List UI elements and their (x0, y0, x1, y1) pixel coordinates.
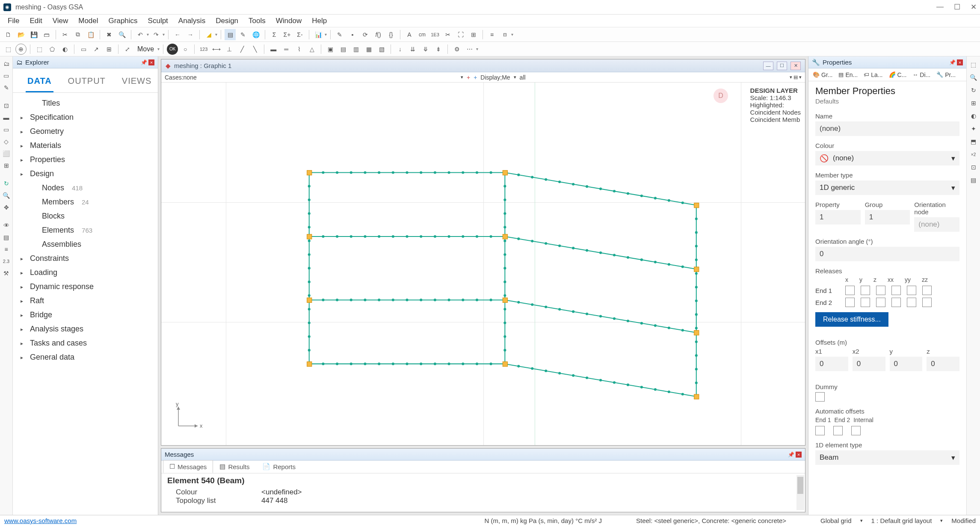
section2-icon[interactable]: ▤ (338, 44, 349, 55)
cases-label[interactable]: Cases:none (165, 74, 197, 81)
release-e1-x[interactable] (845, 286, 855, 295)
load2-icon[interactable]: ⇊ (407, 44, 418, 55)
release-e1-xx[interactable] (891, 286, 901, 295)
ptab-c[interactable]: 🌈C... (886, 70, 909, 80)
settings-icon[interactable]: ⚙ (451, 44, 462, 55)
release-e1-z[interactable] (876, 286, 885, 295)
tree-item[interactable]: ▸General data (13, 350, 158, 364)
auto-offset-e2[interactable] (833, 426, 843, 435)
target-icon[interactable]: ⊕ (15, 44, 27, 55)
tree-item[interactable]: Assemblies (13, 237, 158, 251)
cut-icon[interactable]: ✂ (59, 29, 71, 40)
spring-icon[interactable]: ⌇ (293, 44, 305, 55)
precision-icon[interactable]: 1E3 (429, 29, 441, 40)
offset-y[interactable] (890, 357, 923, 371)
orient-angle-input[interactable] (815, 247, 959, 261)
undo-icon[interactable]: ↶ (135, 29, 146, 40)
insert-icon[interactable]: ▭ (78, 44, 89, 55)
tab-messages[interactable]: ☐Messages (163, 460, 213, 473)
rail-cursor-icon[interactable]: ▭ (2, 71, 11, 80)
rrail-7-icon[interactable]: ⬒ (969, 137, 978, 146)
tree-item[interactable]: ▸Properties (13, 153, 158, 167)
insert-arrow-icon[interactable]: ↗ (91, 44, 102, 55)
messages-pin-icon[interactable]: 📌 (788, 452, 794, 458)
ptab-di[interactable]: ↔Di... (910, 70, 933, 80)
rail-layer-icon[interactable]: ≡ (2, 245, 11, 254)
property-input[interactable] (815, 210, 861, 225)
section3-icon[interactable]: ▥ (350, 44, 361, 55)
rail-tool-icon[interactable]: ⚒ (2, 269, 11, 278)
ptab-la[interactable]: 🏷La... (861, 70, 885, 80)
select-icon[interactable]: ⬚ (34, 44, 45, 55)
menu-graphics[interactable]: Graphics (104, 15, 142, 27)
rail-plate-icon[interactable]: ◇ (2, 137, 11, 146)
label-icon[interactable]: 123 (198, 44, 209, 55)
rrail-8-icon[interactable]: ×2 (969, 150, 978, 159)
release-e2-yy[interactable] (907, 298, 916, 307)
line2-icon[interactable]: ╲ (249, 44, 261, 55)
rrail-4-icon[interactable]: ⊞ (969, 98, 978, 108)
tree-item[interactable]: ▸Geometry (13, 124, 158, 139)
dimension-icon[interactable]: ⟷ (211, 44, 222, 55)
load4-icon[interactable]: ⇟ (433, 44, 444, 55)
menu-file[interactable]: File (3, 15, 24, 27)
pencil-icon[interactable]: ✎ (334, 29, 345, 40)
layers-icon[interactable]: ≡ (486, 29, 497, 40)
nodes-icon[interactable]: ⛶ (455, 29, 466, 40)
save-all-icon[interactable]: 🗃 (41, 29, 52, 40)
minimize-button[interactable]: — (936, 3, 944, 12)
tree-item[interactable]: ▸Specification (13, 110, 158, 124)
tab-output[interactable]: OUTPUT (66, 73, 107, 92)
menu-analysis[interactable]: Analysis (174, 15, 210, 27)
group-input[interactable] (865, 210, 910, 225)
tab-results[interactable]: ▤Results (213, 460, 256, 473)
release-e1-yy[interactable] (907, 286, 916, 295)
rail-view-icon[interactable]: 👁 (2, 221, 11, 230)
tree-item[interactable]: ▸Analysis stages (13, 322, 158, 336)
properties-pin-icon[interactable]: 📌 (949, 59, 955, 65)
beam-icon[interactable]: ═ (281, 44, 292, 55)
elem-type-select[interactable]: Beam▾ (815, 450, 959, 465)
orient-node-input[interactable] (914, 217, 959, 232)
explorer-close-icon[interactable]: × (148, 59, 154, 65)
menu-sculpt[interactable]: Sculpt (144, 15, 172, 27)
rrail-2-icon[interactable]: 🔍 (969, 73, 978, 82)
menu-design[interactable]: Design (211, 15, 243, 27)
release-e2-xx[interactable] (891, 298, 901, 307)
close-button[interactable]: ✕ (971, 3, 977, 12)
release-e2-z[interactable] (876, 298, 885, 307)
rail-measure-icon[interactable]: 2.3 (2, 257, 11, 266)
mesh-icon[interactable]: ⧈ (499, 29, 510, 40)
print-preview-icon[interactable]: 🔍 (116, 29, 127, 40)
menu-view[interactable]: View (48, 15, 73, 27)
rail-pan-icon[interactable]: ✥ (2, 203, 11, 212)
tree-item[interactable]: Blocks (13, 209, 158, 223)
ptab-en[interactable]: ▤En... (836, 70, 860, 80)
paste-icon[interactable]: 📋 (85, 29, 96, 40)
delete-icon[interactable]: ✖ (104, 29, 115, 40)
rrail-5-icon[interactable]: ◐ (969, 111, 978, 121)
release-e2-zz[interactable] (922, 298, 932, 307)
rail-rotate-icon[interactable]: ↻ (2, 179, 11, 188)
auto-offset-e1[interactable] (815, 426, 825, 435)
offset-x1[interactable] (815, 357, 848, 371)
release-e2-x[interactable] (845, 298, 855, 307)
graphic-canvas[interactable]: D DESIGN LAYER Scale: 1:146.3 Highlighte… (161, 83, 805, 445)
graphic-close-icon[interactable]: ✕ (791, 62, 801, 70)
menu-window[interactable]: Window (272, 15, 306, 27)
auto-offset-internal[interactable] (851, 426, 861, 435)
select-lasso-icon[interactable]: ◐ (59, 44, 71, 55)
offset-z[interactable] (927, 357, 959, 371)
load3-icon[interactable]: ⤋ (420, 44, 431, 55)
release-e1-y[interactable] (861, 286, 870, 295)
ptab-pr[interactable]: 🔧Pr... (934, 70, 958, 80)
tree-item[interactable]: ▸Loading (13, 266, 158, 280)
open-icon[interactable]: 📂 (15, 29, 27, 40)
status-link[interactable]: www.oasys-software.com (4, 517, 77, 524)
table-icon[interactable]: ▤ (225, 29, 236, 40)
graphic-min-icon[interactable]: — (763, 62, 773, 70)
menu-tools[interactable]: Tools (244, 15, 270, 27)
load-icon[interactable]: ↓ (394, 44, 406, 55)
rail-explorer-icon[interactable]: 🗂 (2, 59, 11, 68)
tree-item[interactable]: ▸Bridge (13, 308, 158, 322)
